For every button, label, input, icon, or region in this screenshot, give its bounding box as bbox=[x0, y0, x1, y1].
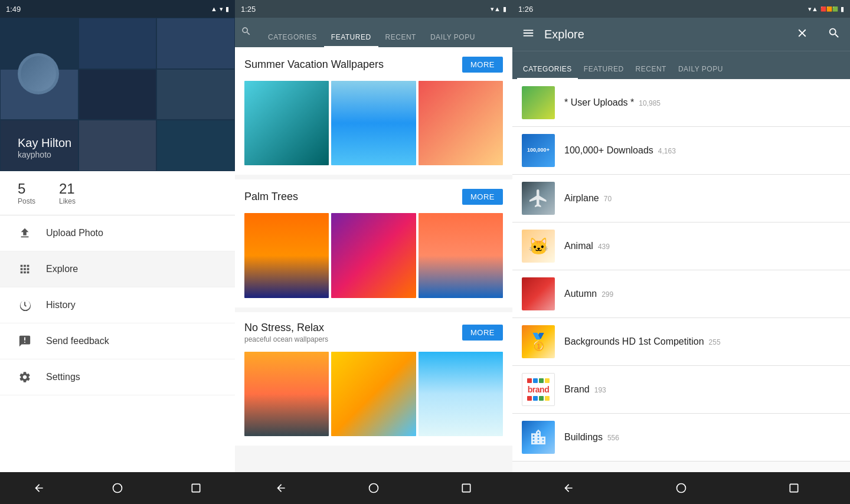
category-item-animal[interactable]: 🐱 Animal 439 bbox=[512, 222, 850, 270]
menu-item-upload[interactable]: Upload Photo bbox=[0, 215, 235, 251]
menu-item-history[interactable]: History bbox=[0, 287, 235, 323]
stat-posts: 5 Posts bbox=[18, 181, 35, 205]
palm-image-grid bbox=[244, 213, 503, 297]
relax-img-3[interactable] bbox=[419, 352, 503, 436]
recents-btn-featured[interactable] bbox=[451, 477, 482, 499]
search-icon-categories[interactable] bbox=[828, 27, 841, 42]
svg-point-4 bbox=[676, 484, 685, 493]
categories-app-header: Explore bbox=[512, 18, 850, 51]
summer-img-3[interactable] bbox=[419, 81, 503, 165]
bottom-navigation-row bbox=[0, 472, 850, 504]
category-item-user-uploads[interactable]: * User Uploads * 10,985 bbox=[512, 79, 850, 127]
category-thumb-downloads: 100,000+ bbox=[522, 134, 555, 167]
brand-color-row-2 bbox=[527, 396, 550, 401]
feedback-icon bbox=[18, 334, 32, 348]
menu-item-feedback[interactable]: Send feedback bbox=[0, 323, 235, 359]
battery-icon-categories: ▮ bbox=[841, 5, 844, 13]
home-btn-categories[interactable] bbox=[666, 477, 697, 499]
relax-subtitle: peaceful ocean wallpapers bbox=[244, 335, 328, 343]
summer-img-2[interactable] bbox=[331, 81, 416, 165]
bg-cell-8 bbox=[79, 120, 157, 171]
section-title-relax: No Stress, Relax peaceful ocean wallpape… bbox=[244, 322, 328, 343]
tab-categories-cat[interactable]: CATEGORIES bbox=[517, 60, 578, 79]
featured-content: Summer Vacation Wallpapers MORE Palm Tre… bbox=[235, 47, 512, 472]
tab-featured[interactable]: FEATURED bbox=[324, 28, 378, 47]
category-count-downloads: 4,163 bbox=[658, 147, 676, 155]
back-btn-drawer[interactable] bbox=[24, 477, 54, 499]
category-count-airplane: 70 bbox=[604, 195, 612, 203]
settings-icon bbox=[18, 370, 32, 384]
wifi-icon-featured: ▾▲ bbox=[491, 5, 501, 13]
search-icon-featured[interactable] bbox=[241, 26, 251, 39]
category-item-downloads[interactable]: 100,000+ 100,000+ Downloads 4,163 bbox=[512, 127, 850, 175]
category-item-competition[interactable]: 🥇 Backgrounds HD 1st Competition 255 bbox=[512, 318, 850, 366]
posts-value: 5 bbox=[18, 181, 35, 197]
category-count-user-uploads: 10,985 bbox=[639, 99, 661, 107]
category-thumb-buildings bbox=[522, 421, 555, 454]
menu-item-settings[interactable]: Settings bbox=[0, 359, 235, 395]
bottom-nav-categories bbox=[512, 472, 850, 504]
relax-img-2[interactable] bbox=[331, 352, 416, 436]
close-icon-categories[interactable] bbox=[796, 27, 809, 42]
more-button-summer[interactable]: MORE bbox=[462, 57, 503, 73]
status-icons-categories: ▾▲ 🟥🟧🟩 ▮ bbox=[808, 5, 844, 13]
posts-label: Posts bbox=[18, 197, 35, 205]
home-btn-featured[interactable] bbox=[358, 477, 389, 499]
recents-btn-drawer[interactable] bbox=[181, 477, 211, 499]
back-btn-categories[interactable] bbox=[553, 477, 584, 499]
drawer-header: Kay Hilton kayphoto bbox=[0, 18, 235, 171]
category-thumb-competition: 🥇 bbox=[522, 325, 555, 358]
category-count-buildings: 556 bbox=[607, 434, 619, 442]
svg-rect-3 bbox=[462, 484, 470, 492]
tab-daily-featured[interactable]: DAILY POPU bbox=[423, 28, 482, 47]
palm-img-3[interactable] bbox=[419, 213, 503, 297]
more-button-relax[interactable]: MORE bbox=[462, 325, 503, 341]
palm-img-1[interactable] bbox=[244, 213, 329, 297]
time-categories: 1:26 bbox=[518, 5, 533, 14]
avatar bbox=[18, 53, 59, 94]
status-bar-featured: 1:25 ▾▲ ▮ bbox=[235, 0, 512, 18]
feedback-label: Send feedback bbox=[46, 336, 109, 346]
back-btn-featured[interactable] bbox=[266, 477, 296, 499]
history-label: History bbox=[46, 300, 76, 310]
relax-title: No Stress, Relax bbox=[244, 322, 328, 334]
brand-color-row-1 bbox=[527, 378, 550, 383]
tab-recent-cat[interactable]: RECENT bbox=[630, 60, 672, 79]
menu-icon-categories[interactable] bbox=[522, 27, 535, 42]
avatar-image bbox=[21, 56, 56, 91]
category-count-autumn: 299 bbox=[601, 290, 613, 299]
category-name-downloads: 100,000+ Downloads bbox=[564, 145, 653, 156]
category-item-autumn[interactable]: Autumn 299 bbox=[512, 270, 850, 318]
relax-img-1[interactable] bbox=[244, 352, 329, 436]
category-info-brand: Brand 193 bbox=[564, 384, 606, 395]
category-item-airplane[interactable]: Airplane 70 bbox=[512, 175, 850, 222]
tab-featured-cat[interactable]: FEATURED bbox=[578, 60, 630, 79]
category-name-competition: Backgrounds HD 1st Competition bbox=[564, 336, 704, 347]
category-info-airplane: Airplane 70 bbox=[564, 193, 612, 204]
battery-icon-featured: ▮ bbox=[503, 5, 506, 13]
svg-point-2 bbox=[369, 484, 378, 493]
tab-categories-featured[interactable]: CATEGORIES bbox=[261, 28, 324, 47]
tab-daily-cat[interactable]: DAILY POPU bbox=[672, 60, 729, 79]
recents-btn-categories[interactable] bbox=[779, 477, 809, 499]
category-item-brand[interactable]: brand Brand 193 bbox=[512, 366, 850, 414]
palm-img-2[interactable] bbox=[331, 213, 416, 297]
competition-thumb-emoji: 🥇 bbox=[528, 332, 549, 352]
category-thumb-airplane bbox=[522, 182, 555, 215]
tab-recent-featured[interactable]: RECENT bbox=[378, 28, 423, 47]
more-button-palm[interactable]: MORE bbox=[462, 189, 503, 205]
category-info-buildings: Buildings 556 bbox=[564, 432, 619, 443]
bg-cell-3 bbox=[156, 18, 235, 69]
summer-title: Summer Vacation Wallpapers bbox=[244, 58, 384, 71]
home-btn-drawer[interactable] bbox=[102, 477, 133, 499]
colorbar-icon: 🟥🟧🟩 bbox=[820, 6, 838, 12]
animal-thumb-emoji: 🐱 bbox=[528, 237, 549, 256]
summer-img-1[interactable] bbox=[244, 81, 329, 165]
category-info-downloads: 100,000+ Downloads 4,163 bbox=[564, 145, 676, 156]
drawer-panel: 1:49 ▲ ▾ ▮ Ka bbox=[0, 0, 235, 472]
category-name-animal: Animal bbox=[564, 241, 593, 251]
category-item-buildings[interactable]: Buildings 556 bbox=[512, 414, 850, 462]
menu-item-explore[interactable]: Explore bbox=[0, 251, 235, 287]
drawer-menu: Upload Photo Explore History bbox=[0, 215, 235, 472]
relax-image-grid bbox=[244, 352, 503, 436]
